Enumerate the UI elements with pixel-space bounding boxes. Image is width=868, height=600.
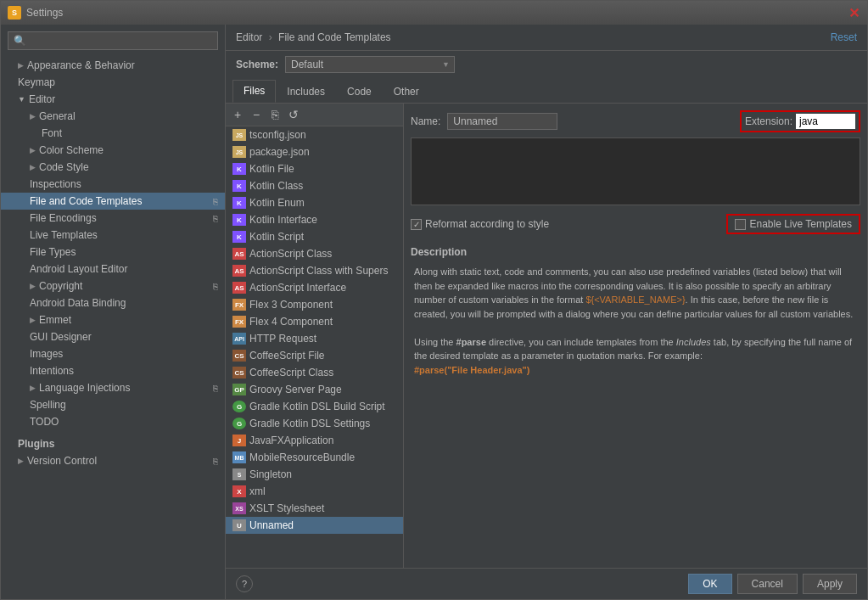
tab-files[interactable]: Files <box>232 80 276 103</box>
list-item[interactable]: API HTTP Request <box>226 330 403 347</box>
list-item[interactable]: G Gradle Kotlin DSL Settings <box>226 415 403 432</box>
list-item[interactable]: CS CoffeeScript File <box>226 347 403 364</box>
copy-icon: ⎘ <box>213 384 218 393</box>
scheme-select[interactable]: Default <box>285 56 455 73</box>
arrow-icon: ▶ <box>18 457 24 465</box>
reset-template-button[interactable]: ↺ <box>285 106 302 123</box>
sidebar-item-android-layout-editor[interactable]: Android Layout Editor <box>1 261 225 278</box>
sidebar-item-label: Copyright <box>39 280 82 292</box>
close-button[interactable]: ✕ <box>847 6 860 20</box>
search-input[interactable] <box>8 31 218 50</box>
file-icon: CS <box>232 350 246 362</box>
list-item[interactable]: FX Flex 4 Component <box>226 313 403 330</box>
list-item[interactable]: S Singleton <box>226 466 403 483</box>
tab-code[interactable]: Code <box>336 81 383 103</box>
sidebar-item-editor[interactable]: ▼ Editor <box>1 91 225 108</box>
list-item[interactable]: GP Groovy Server Page <box>226 381 403 398</box>
remove-template-button[interactable]: − <box>248 106 265 123</box>
list-item[interactable]: XS XSLT Stylesheet <box>226 500 403 517</box>
list-item-unnamed[interactable]: U Unnamed <box>226 517 403 534</box>
sidebar-item-emmet[interactable]: ▶ Emmet <box>1 311 225 328</box>
file-item-label: JavaFXApplication <box>249 435 333 446</box>
sidebar-item-intentions[interactable]: Intentions <box>1 362 225 379</box>
list-item[interactable]: JS package.json <box>226 143 403 160</box>
sidebar-item-appearance-behavior[interactable]: ▶ Appearance & Behavior <box>1 57 225 74</box>
file-item-label: Kotlin Class <box>249 180 303 192</box>
list-item[interactable]: K Kotlin File <box>226 160 403 177</box>
list-item[interactable]: X xml <box>226 483 403 500</box>
live-templates-checkbox[interactable] <box>735 219 746 230</box>
list-item[interactable]: G Gradle Kotlin DSL Build Script <box>226 398 403 415</box>
file-icon: K <box>232 163 246 175</box>
breadcrumb: Editor › File and Code Templates <box>236 31 391 43</box>
list-item[interactable]: J JavaFXApplication <box>226 432 403 449</box>
list-item[interactable]: CS CoffeeScript Class <box>226 364 403 381</box>
file-item-label: Kotlin Interface <box>249 214 317 226</box>
sidebar-item-color-scheme[interactable]: ▶ Color Scheme <box>1 142 225 159</box>
sidebar-item-label: General <box>39 110 76 122</box>
list-item[interactable]: AS ActionScript Class with Supers <box>226 262 403 279</box>
sidebar-item-images[interactable]: Images <box>1 345 225 362</box>
sidebar-item-gui-designer[interactable]: GUI Designer <box>1 328 225 345</box>
reset-link[interactable]: Reset <box>831 31 857 43</box>
list-item[interactable]: JS tsconfig.json <box>226 126 403 143</box>
description-label: Description <box>411 246 860 258</box>
sidebar-item-label: Spelling <box>30 399 66 411</box>
arrow-icon: ▶ <box>30 282 36 290</box>
file-item-label: Kotlin Enum <box>249 197 305 209</box>
tab-other[interactable]: Other <box>383 81 430 103</box>
sidebar-item-label: Intentions <box>30 365 74 377</box>
reformat-checkbox-label[interactable]: Reformat according to style <box>411 218 549 230</box>
sidebar-item-spelling[interactable]: Spelling <box>1 396 225 413</box>
live-templates-checkbox-label[interactable]: Enable Live Templates <box>735 218 852 230</box>
sidebar-item-language-injections[interactable]: ▶ Language Injections ⎘ <box>1 379 225 396</box>
arrow-icon: ▶ <box>30 163 36 171</box>
sidebar-item-file-encodings[interactable]: File Encodings ⎘ <box>1 210 225 227</box>
file-icon: FX <box>232 316 246 328</box>
file-item-label: CoffeeScript Class <box>249 367 333 379</box>
reformat-checkbox[interactable] <box>411 219 422 230</box>
copy-icon: ⎘ <box>213 197 218 206</box>
copy-icon: ⎘ <box>213 457 218 466</box>
parse-example: #parse("File Header.java") <box>414 365 529 375</box>
list-item[interactable]: K Kotlin Script <box>226 228 403 245</box>
copy-icon: ⎘ <box>213 214 218 223</box>
sidebar-item-keymap[interactable]: Keymap <box>1 74 225 91</box>
sidebar-item-version-control[interactable]: ▶ Version Control ⎘ <box>1 452 225 469</box>
template-content-area[interactable] <box>411 137 860 205</box>
list-item[interactable]: AS ActionScript Interface <box>226 279 403 296</box>
settings-window: S Settings ✕ ▶ Appearance & Behavior Key… <box>0 0 868 600</box>
list-item[interactable]: K Kotlin Class <box>226 177 403 194</box>
sidebar-item-code-style[interactable]: ▶ Code Style <box>1 159 225 176</box>
list-item[interactable]: FX Flex 3 Component <box>226 296 403 313</box>
sidebar-item-plugins[interactable]: Plugins <box>1 435 225 452</box>
copy-template-button[interactable]: ⎘ <box>266 106 283 123</box>
tab-includes[interactable]: Includes <box>276 81 336 103</box>
sidebar-item-general[interactable]: ▶ General <box>1 108 225 125</box>
sidebar-item-todo[interactable]: TODO <box>1 413 225 430</box>
help-button[interactable]: ? <box>236 575 253 592</box>
sidebar-item-font[interactable]: Font <box>1 125 225 142</box>
sidebar-item-label: Font <box>42 127 62 139</box>
list-item[interactable]: MB MobileResourceBundle <box>226 449 403 466</box>
sidebar-item-file-types[interactable]: File Types <box>1 244 225 261</box>
ok-button[interactable]: OK <box>688 574 731 594</box>
sidebar-item-label: File Encodings <box>30 212 97 224</box>
sidebar-item-file-code-templates[interactable]: File and Code Templates ⎘ <box>1 193 225 210</box>
list-item[interactable]: K Kotlin Enum <box>226 194 403 211</box>
sidebar-item-copyright[interactable]: ▶ Copyright ⎘ <box>1 278 225 294</box>
extension-input[interactable] <box>796 114 855 129</box>
name-input[interactable] <box>447 113 557 130</box>
add-template-button[interactable]: + <box>229 106 246 123</box>
apply-button[interactable]: Apply <box>803 574 857 594</box>
list-item[interactable]: K Kotlin Interface <box>226 211 403 228</box>
sidebar-item-inspections[interactable]: Inspections <box>1 176 225 193</box>
sidebar-item-live-templates[interactable]: Live Templates <box>1 227 225 244</box>
description-section: Description Along with static text, code… <box>411 246 860 380</box>
file-icon: K <box>232 197 246 209</box>
cancel-button[interactable]: Cancel <box>737 574 798 594</box>
sidebar-item-android-data-binding[interactable]: Android Data Binding <box>1 294 225 311</box>
list-item[interactable]: AS ActionScript Class <box>226 245 403 262</box>
sidebar-item-label: Images <box>30 348 63 360</box>
arrow-icon: ▶ <box>30 384 36 392</box>
